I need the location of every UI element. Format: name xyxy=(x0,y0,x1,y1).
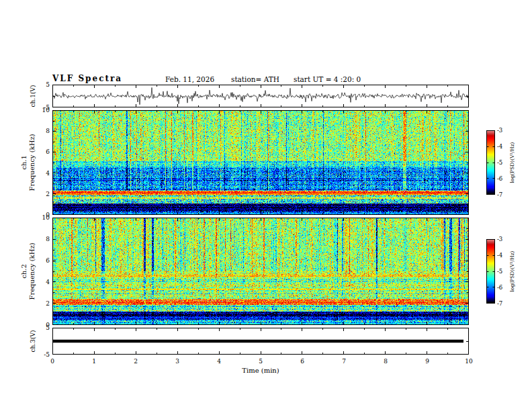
time-xtick: 4 xyxy=(217,358,221,365)
plot-title: VLF Spectra xyxy=(52,74,122,83)
time-xtick: 2 xyxy=(134,358,138,365)
ch3-waveform-panel xyxy=(52,328,469,355)
colorbar2-tick: -3 xyxy=(497,236,502,242)
time-xtick: 6 xyxy=(300,358,304,365)
colorbar-ch1 xyxy=(486,130,495,195)
ch2-spec-ytick: 10 xyxy=(42,214,50,221)
colorbar1-tick: -5 xyxy=(497,159,502,166)
ch1-spec-ytick: 2 xyxy=(46,191,50,197)
ch3-wave-ytick: -5 xyxy=(44,351,50,358)
start-ut-label: start UT = 4 :20: 0 xyxy=(294,75,361,83)
ch3-wave-ytick: 5 xyxy=(46,324,50,331)
ch1-waveform-panel xyxy=(52,85,469,107)
time-xtick: 5 xyxy=(259,358,263,365)
ch1-spec-ylabel: ch.1Frequency (kHz) xyxy=(20,134,36,191)
ch2-spec-ylabel-line2: Frequency (kHz) xyxy=(28,242,36,300)
ch2-spec-ylabel-line1: ch.2 xyxy=(20,264,28,279)
ch2-spec-ytick: 4 xyxy=(46,279,50,285)
colorbar1-label: log(PSD)(V²/Hz) xyxy=(509,142,515,183)
ch3-wave-ylabel: ch.3(V) xyxy=(30,330,37,353)
time-xtick: 9 xyxy=(425,358,429,365)
time-xtick: 0 xyxy=(50,358,54,365)
ch1-spec-ytick: 6 xyxy=(46,148,50,155)
time-xtick: 1 xyxy=(92,358,96,365)
colorbar1-tick: -4 xyxy=(497,143,502,150)
ch2-spec-ytick: 6 xyxy=(46,257,50,264)
colorbar2-tick: -5 xyxy=(497,268,502,275)
colorbar1-tick: -3 xyxy=(497,127,502,134)
station-label: station= ATH xyxy=(231,75,279,83)
ch1-spec-ytick: 10 xyxy=(42,107,50,113)
time-axis-label: Time (min) xyxy=(242,367,279,374)
ch1-spec-ytick: 4 xyxy=(46,170,50,177)
ch1-spec-ylabel-line1: ch.1 xyxy=(20,155,28,170)
time-xtick: 3 xyxy=(175,358,179,365)
ch2-spec-ylabel: ch.2Frequency (kHz) xyxy=(20,242,36,300)
colorbar1-tick: -7 xyxy=(497,191,502,198)
colorbar2-label: log(PSD)(V²/Hz) xyxy=(509,250,515,291)
plot-date: Feb. 11, 2026 xyxy=(165,75,214,83)
ch2-spectrogram-panel xyxy=(52,218,469,325)
ch1-wave-ylabel: ch.1(V) xyxy=(30,85,37,107)
colorbar2-tick: -7 xyxy=(497,300,502,307)
colorbar2-tick: -4 xyxy=(497,252,502,259)
ch2-spec-ytick: 2 xyxy=(46,300,50,307)
colorbar1-tick: -6 xyxy=(497,175,502,182)
vlf-spectra-figure: VLF Spectra Feb. 11, 2026 station= ATH s… xyxy=(0,0,532,411)
ch2-spec-ytick: 8 xyxy=(46,236,50,242)
time-xtick: 7 xyxy=(342,358,346,365)
time-xtick: 8 xyxy=(384,358,388,365)
ch1-spec-ytick: 8 xyxy=(46,128,50,134)
ch1-spec-ylabel-line2: Frequency (kHz) xyxy=(28,134,36,191)
ch1-wave-ytick: 5 xyxy=(46,81,50,88)
colorbar-ch2 xyxy=(486,239,495,304)
colorbar2-tick: -6 xyxy=(497,284,502,291)
ch1-spectrogram-panel xyxy=(52,110,469,215)
time-xtick: 10 xyxy=(465,358,472,365)
